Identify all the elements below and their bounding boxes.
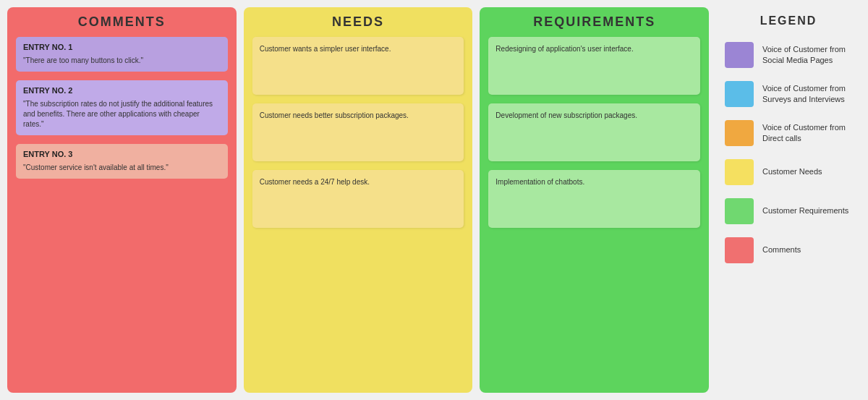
legend-label-requirements: Customer Requirements [762,205,848,216]
legend-label-surveys: Voice of Customer from Surveys and Inter… [762,83,852,106]
req-card-3: Implementation of chatbots. [488,170,700,228]
legend-item-requirements: Customer Requirements [725,198,852,224]
legend-item-social: Voice of Customer from Social Media Page… [725,42,852,68]
entry-label-2: ENTRY NO. 2 [23,86,221,95]
need-text-3: Customer needs a 24/7 help desk. [260,177,457,187]
comments-column: COMMENTS ENTRY NO. 1 "There are too many… [7,7,237,393]
need-card-3: Customer needs a 24/7 help desk. [252,170,464,228]
requirements-column: REQUIREMENTS Redesigning of application'… [480,7,709,393]
legend-color-requirements [725,198,754,224]
legend-color-surveys [725,81,754,107]
legend-color-comments [725,237,754,263]
entry-card-2: ENTRY NO. 2 "The subscription rates do n… [16,80,228,135]
comments-title: COMMENTS [16,14,228,30]
legend-label-social: Voice of Customer from Social Media Page… [762,44,852,67]
need-text-1: Customer wants a simpler user interface. [260,44,457,54]
legend-title: LEGEND [725,14,852,27]
legend-color-needs [725,159,754,185]
requirements-title: REQUIREMENTS [488,14,700,30]
req-card-1: Redesigning of application's user interf… [488,37,700,95]
entry-text-2: "The subscription rates do not justify t… [23,99,221,129]
req-text-1: Redesigning of application's user interf… [495,44,693,54]
need-card-2: Customer needs better subscription packa… [252,103,464,161]
entry-label-3: ENTRY NO. 3 [23,150,221,158]
legend-color-direct [725,120,754,146]
entry-label-1: ENTRY NO. 1 [23,43,221,51]
req-text-2: Development of new subscription packages… [495,111,693,121]
legend-item-needs: Customer Needs [725,159,852,185]
legend-item-comments: Comments [725,237,852,263]
need-card-1: Customer wants a simpler user interface. [252,37,464,95]
entry-text-3: "Customer service isn't available at all… [23,163,221,173]
legend-label-needs: Customer Needs [762,166,822,177]
legend-label-direct: Voice of Customer from Direct calls [762,122,852,145]
req-text-3: Implementation of chatbots. [495,177,693,187]
legend-item-direct: Voice of Customer from Direct calls [725,120,852,146]
need-text-2: Customer needs better subscription packa… [260,111,457,121]
legend-label-comments: Comments [762,244,801,255]
needs-column: NEEDS Customer wants a simpler user inte… [244,7,473,393]
legend-column: LEGEND Voice of Customer from Social Med… [716,7,861,393]
legend-item-surveys: Voice of Customer from Surveys and Inter… [725,81,852,107]
entry-text-1: "There are too many buttons to click." [23,56,221,66]
needs-title: NEEDS [252,14,464,30]
entry-card-1: ENTRY NO. 1 "There are too many buttons … [16,37,228,72]
legend-color-social [725,42,754,68]
entry-card-3: ENTRY NO. 3 "Customer service isn't avai… [16,144,228,179]
req-card-2: Development of new subscription packages… [488,103,700,161]
main-container: COMMENTS ENTRY NO. 1 "There are too many… [0,0,868,400]
